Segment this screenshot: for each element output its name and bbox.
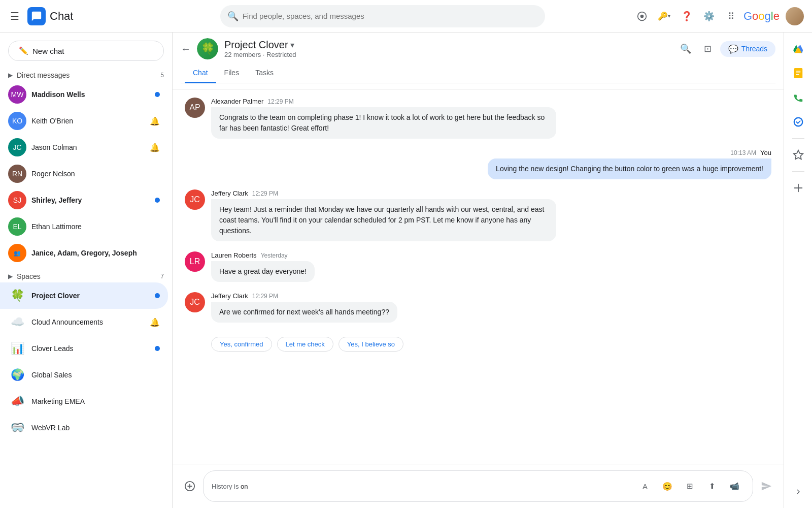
msg-avatar-alexander: AP <box>185 98 205 118</box>
smart-replies: Yes, confirmed Let me check Yes, I belie… <box>185 337 771 352</box>
contact-avatar-jason: JC <box>8 138 26 156</box>
expand-panel-button[interactable] <box>788 482 808 502</box>
tab-files[interactable]: Files <box>216 64 248 83</box>
add-app-button[interactable] <box>788 178 808 198</box>
contact-name-jason: Jason Colman <box>31 143 145 151</box>
history-on: on <box>241 483 248 490</box>
contact-name-janice: Janice, Adam, Gregory, Joseph <box>31 249 160 257</box>
title-chevron-icon: ▾ <box>290 40 294 50</box>
contact-name-roger: Roger Nelson <box>31 170 160 178</box>
svg-marker-8 <box>793 150 802 159</box>
google-g2: o <box>752 10 758 23</box>
space-name-project-clover: Project Clover <box>31 292 150 300</box>
space-name-cloud-announcements: Cloud Announcements <box>31 318 145 326</box>
settings-icon: ⚙️ <box>703 11 715 22</box>
sidebar-item-janice[interactable]: 👥 Janice, Adam, Gregory, Joseph <box>0 240 168 266</box>
settings-button[interactable]: ⚙️ <box>699 6 719 26</box>
meet-icon-button[interactable] <box>632 6 652 26</box>
sidebar-item-global-sales[interactable]: 🌍 Global Sales <box>0 362 168 388</box>
space-icon-clover-leads: 📊 <box>8 339 26 358</box>
svg-point-7 <box>794 118 802 126</box>
search-input[interactable] <box>220 5 545 27</box>
send-button[interactable] <box>757 477 775 495</box>
back-button[interactable]: ← <box>181 43 191 55</box>
attach-button[interactable]: ⬆ <box>702 476 722 496</box>
help-button[interactable]: ❓ <box>676 6 697 26</box>
space-icon-webvr-lab: 🥽 <box>8 419 26 437</box>
space-name-webvr-lab: WebVR Lab <box>31 424 160 432</box>
dm-badge: 5 <box>160 72 164 79</box>
hamburger-icon[interactable]: ☰ <box>6 6 23 26</box>
tab-chat[interactable]: Chat <box>185 64 216 83</box>
sidebar-item-shirley[interactable]: SJ Shirley, Jeffery <box>0 187 168 213</box>
space-name-global-sales: Global Sales <box>31 371 160 379</box>
contact-avatar-shirley: SJ <box>8 191 26 209</box>
smart-reply-yes-i-believe[interactable]: Yes, I believe so <box>339 337 403 352</box>
dropdown-icon: ▾ <box>668 13 670 19</box>
tab-tasks[interactable]: Tasks <box>247 64 282 83</box>
video-call-button[interactable]: 📹 <box>724 476 745 496</box>
chat-header: ← 🍀 Project Clover ▾ 22 members · Restri… <box>173 33 784 89</box>
msg-bubble-2: Loving the new design! Changing the butt… <box>488 158 771 179</box>
contact-name-keith: Keith O'Brien <box>31 117 145 125</box>
chat-space-title[interactable]: Project Clover ▾ <box>224 39 669 51</box>
space-icon-marketing-emea: 📣 <box>8 392 26 410</box>
tasks-icon-button[interactable] <box>788 112 808 132</box>
emoji-button[interactable]: 😊 <box>657 476 678 496</box>
drive-icon-button[interactable] <box>788 39 808 59</box>
msg-time-1: 12:29 PM <box>267 98 293 105</box>
apps-icon: ⠿ <box>728 11 734 22</box>
msg-content-4: Lauren Roberts Yesterday Have a great da… <box>211 251 771 282</box>
sidebar-item-webvr-lab[interactable]: 🥽 WebVR Lab <box>0 415 168 441</box>
threads-button[interactable]: 💬 Threads <box>720 41 775 57</box>
docs-icon-button[interactable] <box>788 63 808 83</box>
star-icon-button[interactable] <box>788 145 808 165</box>
spaces-section[interactable]: ▶ Spaces 7 <box>0 270 172 282</box>
chat-title-area: Project Clover ▾ 22 members · Restricted <box>224 39 669 58</box>
space-icon-cloud-announcements: ☁️ <box>8 313 26 331</box>
direct-messages-section[interactable]: ▶ Direct messages 5 <box>0 69 172 81</box>
main-chat: ← 🍀 Project Clover ▾ 22 members · Restri… <box>173 33 784 508</box>
contact-avatar-janice: 👥 <box>8 244 26 262</box>
sidebar-item-maddison[interactable]: MW Maddison Wells <box>0 81 168 108</box>
format-text-button[interactable]: A <box>635 476 655 496</box>
message-input-wrap[interactable]: History is on A 😊 ⊞ ⬆ 📹 <box>203 470 753 502</box>
sidebar-item-clover-leads[interactable]: 📊 Clover Leads <box>0 335 168 362</box>
search-chat-icon: 🔍 <box>680 43 691 54</box>
user-avatar[interactable] <box>786 7 804 25</box>
unread-dot-shirley <box>155 198 160 203</box>
sidebar-toggle-icon: ⊡ <box>704 43 712 54</box>
messages-area: AP Alexander Palmer 12:29 PM Congrats to… <box>173 89 784 464</box>
sidebar-item-roger[interactable]: RN Roger Nelson <box>0 161 168 187</box>
sidebar-item-marketing-emea[interactable]: 📣 Marketing EMEA <box>0 388 168 415</box>
sidebar-item-ethan[interactable]: EL Ethan Lattimore <box>0 213 168 240</box>
message-row-5: JC Jeffery Clark 12:29 PM Are we confirm… <box>185 292 771 323</box>
svg-point-1 <box>640 14 644 18</box>
add-button[interactable] <box>181 477 199 495</box>
search-icon: 🔍 <box>227 11 239 22</box>
new-chat-button[interactable]: ✏️ New chat <box>8 41 164 61</box>
meet-video-button[interactable]: ⊞ <box>680 476 700 496</box>
contact-name-shirley: Shirley, Jeffery <box>31 196 150 204</box>
new-chat-label: New chat <box>32 47 64 55</box>
voice-icon-button[interactable] <box>788 87 808 108</box>
bell-icon-keith: 🔔 <box>150 116 160 126</box>
apps-button[interactable]: ⠿ <box>721 6 741 26</box>
google-g1: G <box>743 10 752 23</box>
sidebar-item-keith[interactable]: KO Keith O'Brien 🔔 <box>0 108 168 134</box>
smart-reply-yes-confirmed[interactable]: Yes, confirmed <box>211 337 272 352</box>
chat-subtitle: 22 members · Restricted <box>224 51 669 58</box>
chat-space-title-text: Project Clover <box>224 39 288 51</box>
key-dropdown-button[interactable]: 🔑 ▾ <box>654 6 674 26</box>
message-row-2: You 10:13 AM Loving the new design! Chan… <box>185 149 771 179</box>
smart-reply-let-me-check[interactable]: Let me check <box>277 337 333 352</box>
space-icon-global-sales: 🌍 <box>8 366 26 384</box>
search-chat-button[interactable]: 🔍 <box>675 39 696 59</box>
sidebar-item-jason[interactable]: JC Jason Colman 🔔 <box>0 134 168 161</box>
spaces-label: Spaces <box>17 272 41 280</box>
bell-icon-cloud: 🔔 <box>150 318 160 327</box>
sidebar-item-cloud-announcements[interactable]: ☁️ Cloud Announcements 🔔 <box>0 309 168 335</box>
right-panel-divider <box>792 138 804 139</box>
toggle-sidebar-button[interactable]: ⊡ <box>698 39 718 59</box>
sidebar-item-project-clover[interactable]: 🍀 Project Clover <box>0 282 168 309</box>
